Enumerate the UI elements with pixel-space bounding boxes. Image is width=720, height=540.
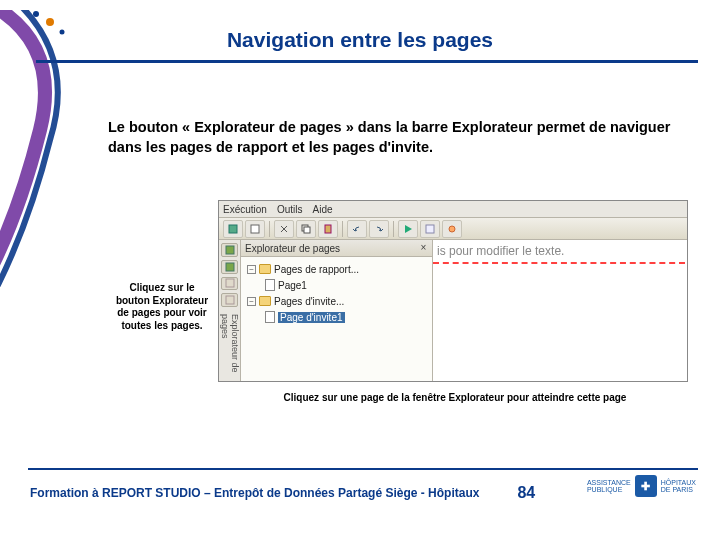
svg-rect-11 [226,246,234,254]
logo-mark: ✚ [635,475,657,497]
body-paragraph: Le bouton « Explorateur de pages » dans … [108,118,682,157]
logo-text-left: ASSISTANCE PUBLIQUE [587,479,631,493]
tree-group-prompts[interactable]: − Pages d'invite... [243,293,430,309]
toolbar [219,218,687,240]
footer-rule [28,468,698,470]
title-underline [36,60,698,63]
page-explorer-panel: Explorateur de pages × − Pages de rappor… [241,240,433,381]
explorer-tabstrip: Explorateur de pages [219,240,241,381]
svg-rect-3 [229,225,237,233]
svg-rect-14 [226,296,234,304]
toolbar-button-cut[interactable] [274,220,294,238]
page-tree: − Pages de rapport... Page1 − Pages d'in… [241,257,432,329]
menu-outils[interactable]: Outils [277,204,303,215]
panel-close-button[interactable]: × [417,242,430,255]
panel-title-bar: Explorateur de pages × [241,240,432,257]
tree-label: Pages de rapport... [274,264,359,275]
svg-rect-7 [325,225,331,233]
callout-left: Cliquez sur le bouton Explorateur de pag… [114,282,210,332]
svg-point-1 [33,11,39,17]
dashed-guide [433,262,685,264]
menu-execution[interactable]: Exécution [223,204,267,215]
svg-marker-8 [405,225,412,233]
svg-rect-9 [426,225,434,233]
tree-label: Page d'invite1 [278,312,345,323]
svg-rect-6 [304,227,310,233]
slide-title: Navigation entre les pages [0,28,720,52]
svg-point-10 [449,226,455,232]
toolbar-separator [393,221,394,237]
expand-icon[interactable]: − [247,265,256,274]
svg-rect-13 [226,279,234,287]
tab-button-3[interactable] [221,277,238,291]
svg-rect-12 [226,263,234,271]
app-screenshot: Exécution Outils Aide Explorateur de pag… [218,200,688,382]
tab-button-4[interactable] [221,293,238,307]
toolbar-button-undo[interactable] [347,220,367,238]
tab-button-1[interactable] [221,243,238,257]
expand-icon[interactable]: − [247,297,256,306]
toolbar-separator [269,221,270,237]
toolbar-button-b[interactable] [442,220,462,238]
tree-group-reports[interactable]: − Pages de rapport... [243,261,430,277]
svg-point-0 [46,18,54,26]
canvas-placeholder-text: is pour modifier le texte. [437,244,564,258]
tree-label: Page1 [278,280,307,291]
toolbar-button-2[interactable] [245,220,265,238]
panel-title-text: Explorateur de pages [245,243,340,254]
toolbar-button-run[interactable] [398,220,418,238]
toolbar-button-paste[interactable] [318,220,338,238]
toolbar-button-redo[interactable] [369,220,389,238]
menu-aide[interactable]: Aide [312,204,332,215]
canvas-area: is pour modifier le texte. [433,240,687,381]
toolbar-button-a[interactable] [420,220,440,238]
page-icon [265,279,275,291]
toolbar-separator [342,221,343,237]
folder-icon [259,264,271,274]
toolbar-button-copy[interactable] [296,220,316,238]
menubar: Exécution Outils Aide [219,201,687,218]
tab-button-page-explorer[interactable] [221,260,238,274]
logo-text-right: HÔPITAUX DE PARIS [661,479,696,493]
tree-item-prompt-page1[interactable]: Page d'invite1 [243,309,430,325]
callout-bottom: Cliquez sur une page de la fenêtre Explo… [220,392,690,403]
aphp-logo: ASSISTANCE PUBLIQUE ✚ HÔPITAUX DE PARIS [587,475,696,497]
toolbar-button-1[interactable] [223,220,243,238]
decorative-swoosh [0,10,100,390]
tree-item-page1[interactable]: Page1 [243,277,430,293]
slide-title-bar: Navigation entre les pages [0,28,720,52]
page-icon [265,311,275,323]
tree-label: Pages d'invite... [274,296,344,307]
page-number: 84 [517,484,535,502]
footer-text: Formation à REPORT STUDIO – Entrepôt de … [30,486,479,500]
folder-icon [259,296,271,306]
tabstrip-vertical-label: Explorateur de pages [220,314,240,381]
svg-rect-4 [251,225,259,233]
